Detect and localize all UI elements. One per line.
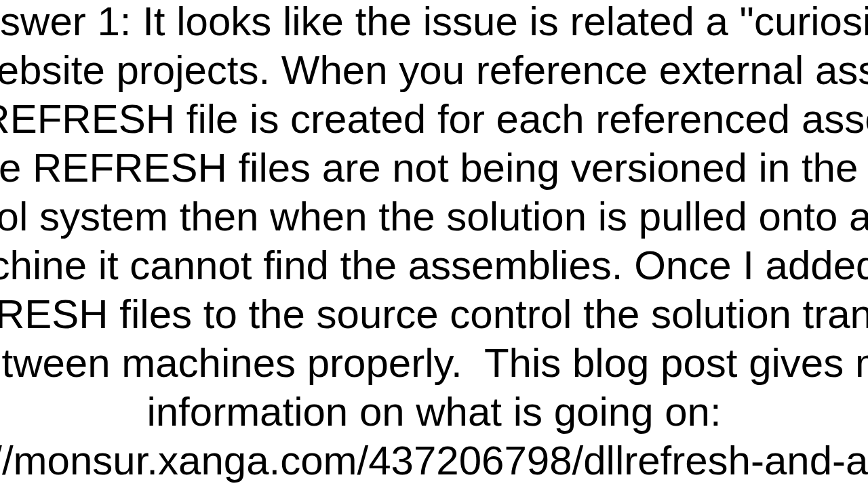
document-viewport: Answer 1: It looks like the issue is rel… — [0, 0, 868, 488]
answer-text-block: Answer 1: It looks like the issue is rel… — [0, 0, 868, 485]
